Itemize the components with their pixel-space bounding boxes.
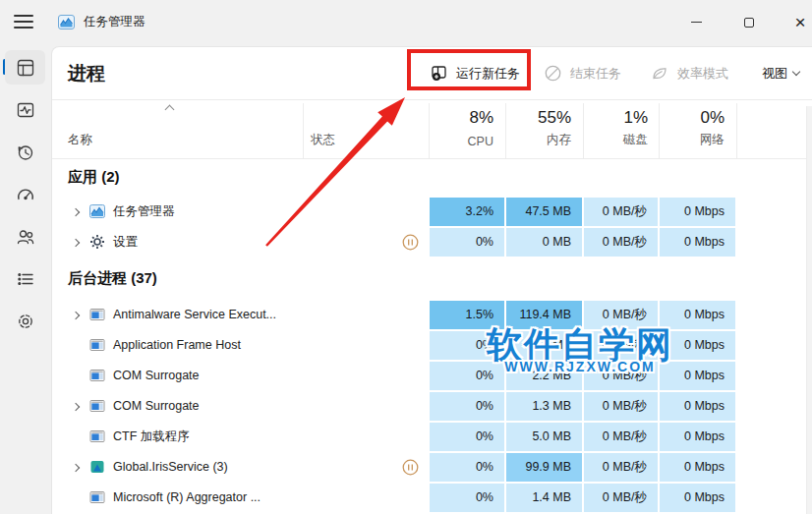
generic-app-icon	[89, 337, 105, 353]
task-manager-app-icon	[58, 14, 75, 30]
cpu-cell: 3.2%	[430, 198, 504, 226]
memory-cell: 6.1 MB	[506, 331, 582, 360]
generic-app-icon	[89, 307, 105, 322]
sidebar-item-startup-apps[interactable]	[5, 177, 45, 211]
table-header: 名称 状态 8% CPU 55% 内存 1% 磁盘 0% 网络	[52, 100, 812, 158]
process-name: COM Surrogate	[113, 361, 200, 391]
content-panel: 进程 运行新任务 结束任务 效率模式 视图 名称 状态 8%	[51, 46, 812, 514]
expand-chevron-icon[interactable]	[72, 403, 80, 411]
network-cell: 0 Mbps	[660, 228, 735, 257]
process-name: Application Frame Host	[113, 330, 241, 361]
disk-cell: 0 MB/秒	[584, 484, 658, 512]
column-divider	[303, 103, 304, 158]
group-header-apps[interactable]: 应用 (2)	[52, 158, 812, 197]
iris-service-icon	[89, 459, 105, 475]
process-list: 应用 (2) 任务管理器 3.2% 47.5 MB 0 MB/秒 0 Mbps	[52, 158, 812, 513]
table-row[interactable]: 任务管理器 3.2% 47.5 MB 0 MB/秒 0 Mbps	[52, 197, 812, 227]
generic-app-icon	[89, 428, 105, 444]
network-total-percent: 0%	[656, 108, 725, 128]
cpu-cell: 1.5%	[430, 301, 504, 329]
details-icon	[16, 269, 35, 289]
disk-cell: 0 MB/秒	[584, 362, 658, 390]
process-name: Antimalware Service Execut...	[113, 300, 276, 330]
column-header-status[interactable]: 状态	[311, 132, 335, 148]
table-row[interactable]: 设置 0% 0 MB 0 MB/秒 0 Mbps	[52, 227, 812, 257]
run-new-task-button[interactable]: 运行新任务	[431, 47, 520, 99]
task-manager-app-icon	[89, 203, 105, 219]
sort-ascending-icon	[165, 105, 175, 115]
expand-chevron-icon[interactable]	[72, 312, 80, 319]
sidebar-item-details[interactable]	[5, 261, 45, 296]
services-icon	[16, 312, 35, 331]
suspended-status-icon	[402, 459, 419, 476]
table-row[interactable]: CTF 加载程序 0% 5.0 MB 0 MB/秒 0 Mbps	[52, 422, 812, 452]
memory-cell: 5.0 MB	[506, 423, 582, 451]
column-header-name[interactable]: 名称	[68, 132, 92, 148]
sidebar-item-processes[interactable]	[5, 50, 45, 85]
column-header-memory[interactable]: 内存	[502, 132, 571, 148]
memory-cell: 99.9 MB	[506, 453, 582, 482]
disk-cell: 0 MB/秒	[584, 331, 658, 360]
view-label: 视图	[762, 65, 787, 83]
close-button[interactable]: ×	[779, 0, 812, 44]
hamburger-menu-icon[interactable]	[14, 14, 33, 29]
network-cell: 0 Mbps	[660, 484, 735, 512]
memory-total-percent: 55%	[502, 108, 571, 128]
page-title: 进程	[68, 47, 105, 99]
table-row[interactable]: Antimalware Service Execut... 1.5% 119.4…	[52, 300, 812, 330]
generic-app-icon	[89, 368, 105, 383]
performance-icon	[16, 100, 35, 120]
startup-apps-icon	[16, 185, 35, 204]
column-divider	[659, 103, 660, 158]
cpu-total-percent: 8%	[425, 108, 493, 128]
efficiency-mode-leaf-icon	[650, 64, 669, 83]
view-dropdown[interactable]: 视图	[762, 47, 799, 99]
close-icon: ×	[794, 13, 805, 31]
sidebar	[0, 44, 51, 514]
minimize-button[interactable]	[674, 0, 718, 44]
cpu-cell: 0%	[430, 484, 504, 512]
sidebar-item-services[interactable]	[5, 304, 45, 338]
column-divider	[583, 103, 584, 158]
end-task-button[interactable]: 结束任务	[544, 47, 621, 99]
disk-cell: 0 MB/秒	[584, 228, 658, 257]
sidebar-item-users[interactable]	[5, 219, 45, 254]
run-new-task-label: 运行新任务	[456, 65, 520, 83]
scrollbar-track[interactable]	[806, 106, 812, 514]
column-header-disk[interactable]: 磁盘	[579, 132, 648, 148]
table-row[interactable]: Microsoft (R) Aggregator ... 0% 1.4 MB 0…	[52, 483, 812, 513]
column-header-cpu[interactable]: CPU	[425, 135, 493, 148]
expand-chevron-icon[interactable]	[72, 464, 80, 472]
disk-cell: 0 MB/秒	[584, 392, 658, 421]
process-name: COM Surrogate	[113, 391, 200, 422]
network-cell: 0 Mbps	[660, 331, 735, 360]
generic-app-icon	[89, 398, 105, 414]
cpu-cell: 0%	[430, 453, 504, 482]
efficiency-mode-button[interactable]: 效率模式	[650, 47, 728, 99]
cpu-cell: 0%	[430, 392, 504, 421]
process-name: CTF 加载程序	[113, 422, 190, 452]
column-header-network[interactable]: 网络	[656, 132, 725, 148]
sidebar-item-performance[interactable]	[5, 92, 45, 127]
memory-cell: 119.4 MB	[506, 301, 582, 329]
suspended-status-icon	[402, 234, 419, 251]
disk-cell: 0 MB/秒	[584, 198, 658, 226]
table-row[interactable]: Application Frame Host 0% 6.1 MB 0 MB/秒 …	[52, 330, 812, 361]
cpu-cell: 0%	[430, 228, 504, 257]
table-row[interactable]: COM Surrogate 0% 1.3 MB 0 MB/秒 0 Mbps	[52, 391, 812, 422]
process-name: 设置	[113, 227, 138, 257]
network-cell: 0 Mbps	[660, 301, 735, 329]
network-cell: 0 Mbps	[660, 423, 735, 451]
sidebar-item-app-history[interactable]	[5, 135, 45, 169]
titlebar: 任务管理器 ×	[0, 0, 812, 44]
expand-chevron-icon[interactable]	[72, 208, 80, 216]
maximize-icon	[744, 18, 754, 28]
maximize-button[interactable]	[727, 0, 771, 44]
table-row[interactable]: Global.IrisService (3) 0% 99.9 MB 0 MB/秒…	[52, 452, 812, 483]
disk-total-percent: 1%	[579, 108, 648, 128]
group-header-background-processes[interactable]: 后台进程 (37)	[52, 257, 812, 300]
table-row[interactable]: COM Surrogate 0% 2.2 MB 0 MB/秒 0 Mbps	[52, 361, 812, 391]
process-name: 任务管理器	[113, 197, 175, 227]
expand-chevron-icon[interactable]	[72, 239, 80, 247]
cpu-cell: 0%	[430, 331, 504, 360]
